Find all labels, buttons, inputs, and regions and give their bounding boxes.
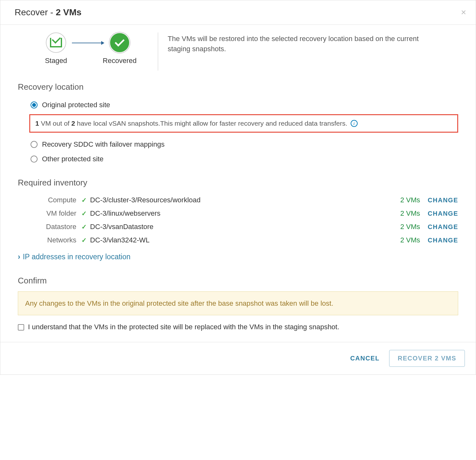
inv-label: Networks xyxy=(31,236,81,244)
dialog-header: Recover - 2 VMs × xyxy=(0,0,476,25)
radio-original-site[interactable]: Original protected site xyxy=(18,98,458,112)
radio-sddc-label: Recovery SDDC with failover mappings xyxy=(42,140,164,149)
inventory-row-datastore: Datastore ✓ DC-3/vsanDatastore 2 VMs CHA… xyxy=(18,220,458,233)
highlight-n2: 2 xyxy=(71,120,75,127)
confirm-checkbox-row[interactable]: I understand that the VMs in the protect… xyxy=(18,322,458,339)
inv-value: DC-3/vlan3242-WL xyxy=(90,236,400,244)
highlight-mid1: VM out of xyxy=(39,120,72,127)
stepper-description: The VMs will be restored into the select… xyxy=(168,32,432,54)
change-button[interactable]: CHANGE xyxy=(428,237,458,244)
dialog-title: Recover - 2 VMs xyxy=(15,7,81,17)
check-icon: ✓ xyxy=(81,196,87,204)
highlight-n1: 1 xyxy=(35,120,39,127)
checkbox-icon[interactable] xyxy=(18,324,24,331)
change-button[interactable]: CHANGE xyxy=(428,210,458,217)
step-staged-label: Staged xyxy=(45,57,67,65)
stepper-row: Staged Recovered The VMs will be restore… xyxy=(0,25,476,74)
ip-addresses-expand[interactable]: › IP addresses in recovery location xyxy=(18,247,458,264)
confirm-checkbox-label: I understand that the VMs in the protect… xyxy=(28,323,339,331)
check-icon: ✓ xyxy=(81,236,87,244)
check-icon: ✓ xyxy=(81,210,87,217)
radio-icon xyxy=(31,156,38,163)
info-icon[interactable]: i xyxy=(351,120,358,127)
dialog-footer: CANCEL RECOVER 2 VMS xyxy=(0,342,476,374)
section-required-inventory: Required inventory Compute ✓ DC-3/cluste… xyxy=(0,170,476,268)
inv-value: DC-3/vsanDatastore xyxy=(90,223,400,231)
radio-other-site[interactable]: Other protected site xyxy=(18,152,458,166)
cancel-button[interactable]: CANCEL xyxy=(350,355,380,362)
recover-button[interactable]: RECOVER 2 VMS xyxy=(389,350,465,367)
change-button[interactable]: CHANGE xyxy=(428,223,458,231)
inventory-row-networks: Networks ✓ DC-3/vlan3242-WL 2 VMs CHANGE xyxy=(18,233,458,247)
section-confirm: Confirm Any changes to the VMs in the or… xyxy=(0,268,476,342)
step-recovered-label: Recovered xyxy=(103,57,136,65)
highlight-rest: have local vSAN snapshots.This might all… xyxy=(75,120,347,127)
change-button[interactable]: CHANGE xyxy=(428,197,458,204)
recover-dialog: Recover - 2 VMs × Staged Recovered The V… xyxy=(0,0,476,375)
close-icon[interactable]: × xyxy=(461,7,466,17)
inventory-row-vmfolder: VM folder ✓ DC-3/linux/webservers 2 VMs … xyxy=(18,207,458,220)
radio-other-label: Other protected site xyxy=(42,155,103,163)
inventory-row-compute: Compute ✓ DC-3/cluster-3/Resources/workl… xyxy=(18,193,458,207)
inv-value: DC-3/linux/webservers xyxy=(90,209,400,218)
vsan-snapshot-highlight: 1 VM out of 2 have local vSAN snapshots.… xyxy=(29,114,458,133)
staged-icon xyxy=(46,32,66,53)
stepper: Staged Recovered xyxy=(15,32,148,65)
inv-value: DC-3/cluster-3/Resources/workload xyxy=(90,196,400,204)
radio-sddc[interactable]: Recovery SDDC with failover mappings xyxy=(18,137,458,152)
inv-count: 2 VMs xyxy=(400,196,420,204)
inv-count: 2 VMs xyxy=(400,236,420,244)
dialog-title-count: 2 VMs xyxy=(56,7,81,17)
chevron-right-icon: › xyxy=(18,253,20,261)
required-inventory-heading: Required inventory xyxy=(18,178,458,188)
recovery-location-heading: Recovery location xyxy=(18,82,458,92)
step-recovered: Recovered xyxy=(101,32,139,65)
vertical-separator xyxy=(158,32,158,71)
inv-label: Datastore xyxy=(31,223,81,231)
inv-label: Compute xyxy=(31,196,81,204)
confirm-warning: Any changes to the VMs in the original p… xyxy=(18,291,458,315)
radio-icon xyxy=(31,141,38,148)
radio-icon xyxy=(31,101,38,108)
check-icon: ✓ xyxy=(81,223,87,231)
section-recovery-location: Recovery location Original protected sit… xyxy=(0,74,476,170)
step-connector-icon xyxy=(72,43,104,43)
radio-original-label: Original protected site xyxy=(42,101,110,109)
recovered-icon xyxy=(109,32,130,53)
confirm-heading: Confirm xyxy=(18,276,458,286)
inv-count: 2 VMs xyxy=(400,223,420,231)
ip-expand-label: IP addresses in recovery location xyxy=(23,253,130,261)
inv-label: VM folder xyxy=(31,209,81,218)
dialog-title-prefix: Recover - xyxy=(15,7,56,17)
step-staged: Staged xyxy=(37,32,75,65)
inv-count: 2 VMs xyxy=(400,209,420,218)
